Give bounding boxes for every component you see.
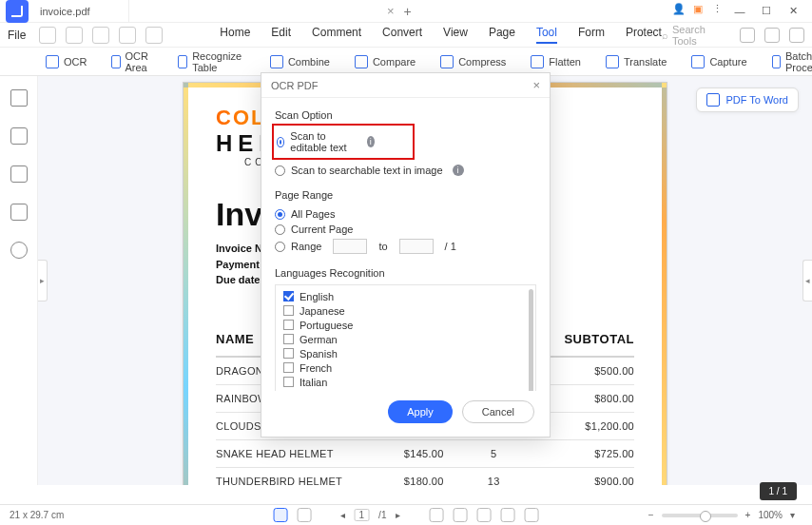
save-icon[interactable] (39, 27, 56, 44)
checkbox-icon[interactable] (283, 348, 294, 359)
select-tool-icon[interactable] (298, 508, 312, 522)
expand-right-handle[interactable]: ◂ (802, 260, 812, 301)
pdf-to-word-button[interactable]: PDF To Word (696, 88, 799, 112)
attachments-icon[interactable] (10, 165, 28, 183)
redo-icon[interactable] (145, 27, 163, 44)
document-tab[interactable]: invoice.pdf (32, 0, 129, 22)
checkbox-icon[interactable] (283, 377, 294, 387)
range-to-input[interactable] (399, 239, 434, 254)
single-page-icon[interactable] (476, 508, 491, 522)
radio-icon[interactable] (275, 224, 285, 235)
zoom-in-icon[interactable]: + (745, 510, 751, 520)
checkbox-icon[interactable] (283, 362, 294, 373)
menu-view[interactable]: View (443, 26, 468, 44)
ribbon-ocr[interactable]: OCR (46, 55, 87, 68)
new-tab-button[interactable]: + (404, 4, 412, 19)
minimize-button[interactable]: — (726, 1, 753, 22)
ribbon-batch[interactable]: Batch Process (772, 50, 812, 73)
menu-tool[interactable]: Tool (536, 26, 557, 44)
dialog-close-button[interactable]: × (532, 78, 540, 92)
print-icon[interactable] (66, 27, 83, 44)
ribbon-recognize-table[interactable]: Recognize Table (178, 50, 245, 73)
collapse-ribbon-icon[interactable] (789, 28, 804, 43)
language-list[interactable]: English Japanese Portuguese German Spani… (275, 284, 536, 391)
lang-english[interactable]: English (283, 289, 528, 303)
option-range[interactable]: Range to / 1 (275, 237, 536, 256)
share-icon[interactable]: ▣ (688, 1, 707, 18)
lang-french[interactable]: French (283, 360, 528, 375)
menu-form[interactable]: Form (578, 26, 605, 44)
apply-button[interactable]: Apply (388, 400, 453, 423)
ribbon-compress[interactable]: Compress (440, 55, 506, 68)
fit-page-icon[interactable] (453, 508, 467, 522)
checkbox-icon[interactable] (283, 334, 294, 344)
tab-close-icon[interactable]: × (387, 4, 395, 18)
radio-icon[interactable] (275, 209, 285, 220)
ribbon-flatten[interactable]: Flatten (531, 55, 581, 68)
zoom-slider[interactable] (662, 514, 738, 517)
hand-tool-icon[interactable] (274, 508, 288, 522)
bookmarks-icon[interactable] (10, 127, 28, 145)
ribbon-ocr-area[interactable]: OCR Area (111, 50, 152, 73)
main-menu: Home Edit Comment Convert View Page Tool… (220, 26, 662, 44)
cloud-icon[interactable] (764, 28, 780, 43)
file-menu[interactable]: File (8, 29, 26, 42)
search-icon: ⌕ (662, 29, 668, 41)
lang-japanese[interactable]: Japanese (283, 303, 528, 318)
read-mode-icon[interactable] (524, 508, 538, 522)
ribbon-capture[interactable]: Capture (691, 55, 746, 68)
option-editable[interactable]: Scan to editable text i (277, 128, 375, 155)
radio-icon[interactable] (275, 242, 285, 252)
search-panel-icon[interactable] (10, 242, 28, 259)
user-icon[interactable]: 👤 (669, 1, 688, 18)
next-page-icon[interactable]: ▸ (396, 510, 400, 520)
scan-option-title: Scan Option (275, 109, 536, 121)
lang-german[interactable]: German (283, 332, 528, 346)
fit-width-icon[interactable] (429, 508, 443, 522)
lang-italian[interactable]: Italian (283, 375, 528, 389)
radio-icon[interactable] (277, 137, 284, 147)
kebab-icon[interactable]: ⋮ (707, 1, 726, 18)
ribbon-translate[interactable]: Translate (606, 55, 667, 68)
current-page-input[interactable]: 1 (355, 509, 370, 521)
scrollbar[interactable] (529, 289, 533, 391)
menu-comment[interactable]: Comment (312, 26, 361, 44)
checkbox-icon[interactable] (283, 291, 294, 301)
lang-spanish[interactable]: Spanish (283, 346, 528, 360)
app-logo (6, 0, 29, 23)
two-page-icon[interactable] (500, 508, 514, 522)
lang-chinese-trad[interactable]: Chinese_Traditional (283, 389, 528, 391)
menu-edit[interactable]: Edit (271, 26, 291, 44)
thumbnails-icon[interactable] (10, 89, 28, 107)
info-icon[interactable]: i (453, 165, 464, 176)
ribbon-compare[interactable]: Compare (355, 55, 416, 68)
ocr-icon (46, 55, 59, 68)
option-searchable[interactable]: Scan to searchable text in image i (275, 163, 536, 178)
status-bar: 21 x 29.7 cm ◂ 1 /1 ▸ − + 100% ▾ (0, 504, 812, 525)
ribbon-combine[interactable]: Combine (270, 55, 330, 68)
maximize-button[interactable]: ☐ (753, 1, 780, 22)
mail-icon[interactable] (92, 27, 109, 44)
zoom-dropdown-icon[interactable]: ▾ (790, 510, 795, 520)
window-close-button[interactable]: ✕ (780, 1, 806, 22)
undo-icon[interactable] (119, 27, 136, 44)
info-icon[interactable]: i (367, 136, 375, 147)
checkbox-icon[interactable] (283, 305, 294, 316)
home-icon[interactable] (740, 28, 755, 43)
lang-portuguese[interactable]: Portuguese (283, 318, 528, 332)
search-tools[interactable]: ⌕ Search Tools (662, 24, 730, 47)
checkbox-icon[interactable] (283, 320, 294, 330)
menu-page[interactable]: Page (489, 26, 515, 44)
cancel-button[interactable]: Cancel (462, 400, 534, 423)
to-label: to (378, 241, 387, 252)
radio-icon[interactable] (275, 165, 285, 176)
menu-home[interactable]: Home (220, 26, 250, 44)
layers-icon[interactable] (10, 204, 28, 221)
zoom-out-icon[interactable]: − (648, 510, 654, 520)
menu-convert[interactable]: Convert (382, 26, 422, 44)
prev-page-icon[interactable]: ◂ (340, 510, 345, 520)
option-current-page[interactable]: Current Page (275, 222, 536, 237)
option-all-pages[interactable]: All Pages (275, 206, 536, 222)
range-from-input[interactable] (333, 239, 367, 254)
menu-protect[interactable]: Protect (626, 26, 662, 44)
